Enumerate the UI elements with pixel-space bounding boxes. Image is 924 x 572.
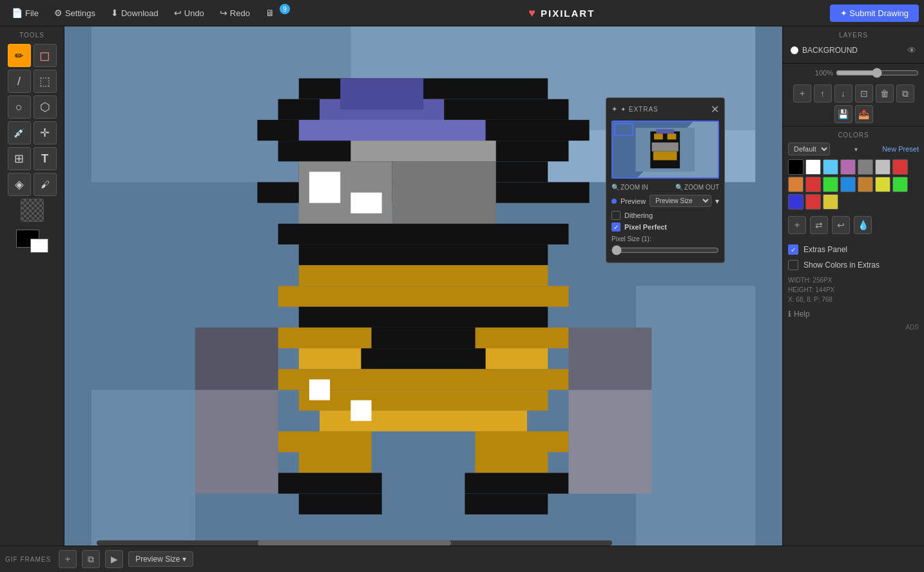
copy-layer-button[interactable]: ⧉: [896, 84, 914, 103]
svg-rect-43: [351, 400, 371, 421]
svg-rect-35: [476, 431, 569, 452]
zoom-in-icon: 🔍: [611, 184, 619, 191]
topbar: 📄 File ⚙ Settings ⬇ Download ↩ Undo ↪ Re…: [0, 0, 924, 26]
ads-label: ADS: [905, 324, 919, 331]
export-layer-button[interactable]: 📤: [855, 105, 873, 123]
grid-tool[interactable]: ⊞: [8, 147, 31, 170]
extras-preview-row: Preview Preview Size 1x 2x 4x ▾: [611, 195, 719, 207]
file-button[interactable]: 📄 File: [5, 5, 45, 21]
dithering-checkbox[interactable]: [611, 211, 621, 220]
extras-preview-size-select[interactable]: Preview Size 1x 2x 4x: [650, 195, 711, 207]
info-row: WIDTH: 256PX HEIGHT: 144PX X: 68, 8, P: …: [783, 273, 924, 307]
color-swatch-gold[interactable]: [823, 194, 838, 210]
merge-layers-button[interactable]: ⊡: [855, 84, 873, 103]
tool-row-7: [21, 199, 44, 222]
background-color[interactable]: [30, 239, 48, 253]
play-button[interactable]: ▶: [105, 550, 123, 568]
preset-select[interactable]: Default: [788, 143, 830, 155]
color-swatch-silver[interactable]: [875, 159, 890, 175]
canvas-height-info: HEIGHT: 144PX: [788, 285, 919, 295]
svg-rect-53: [653, 151, 677, 160]
extras-panel-checkbox[interactable]: ✓: [788, 244, 798, 255]
color-swatch-green[interactable]: [823, 177, 838, 192]
circle-tool[interactable]: ○: [8, 95, 31, 119]
undo-button[interactable]: ↩ Undo: [168, 5, 211, 21]
select-tool[interactable]: ⬚: [34, 70, 57, 93]
pixel-perfect-checkbox[interactable]: ✓: [611, 222, 621, 232]
move-layer-up-button[interactable]: ↑: [814, 84, 832, 103]
share-colors-button[interactable]: ⇄: [810, 216, 828, 234]
extras-zoom-row: 🔍 ZOOM IN 🔍 ZOOM OUT: [611, 184, 719, 191]
copy-frame-button[interactable]: ⧉: [82, 550, 100, 568]
tool-row-1: ✏ ◻: [8, 44, 57, 67]
canvas-scrollbar[interactable]: [97, 540, 612, 546]
zoom-out-icon: 🔍: [675, 184, 683, 191]
color-swatch-red[interactable]: [892, 159, 908, 175]
color-swatch-blue-med[interactable]: [840, 177, 856, 192]
color-swatch-orange[interactable]: [788, 177, 804, 192]
canvas-area[interactable]: ✦ ✦ EXTRAS ✕ 🔍: [64, 26, 782, 546]
special-tool[interactable]: ◈: [8, 173, 31, 196]
eyedropper-tool[interactable]: 💉: [8, 121, 31, 144]
download-button[interactable]: ⬇ Download: [104, 5, 165, 21]
pixel-size-slider[interactable]: [611, 245, 719, 255]
color-swatch-yellow[interactable]: [875, 177, 890, 192]
new-preset-button[interactable]: New Preset: [882, 145, 919, 153]
tool-row-5: ⊞ T: [8, 147, 57, 170]
color-swatch-green2[interactable]: [892, 177, 908, 192]
color-swatch-purple[interactable]: [840, 159, 856, 175]
tool-row-4: 💉 ✛: [8, 121, 57, 144]
zoom-row: 100%: [783, 64, 924, 82]
pixel-size-row: Pixel Size (1):: [611, 235, 719, 257]
heart-icon: ♥: [528, 6, 537, 20]
layer-visibility-dot: [791, 46, 798, 54]
eraser-tool[interactable]: ◻: [34, 44, 57, 67]
svg-rect-20: [278, 224, 569, 244]
undo-color-button[interactable]: ↩: [832, 216, 850, 234]
checker-tool[interactable]: [21, 199, 44, 222]
show-colors-checkbox[interactable]: [788, 260, 798, 270]
zoom-slider[interactable]: [836, 68, 919, 78]
preset-dropdown-icon: ▾: [854, 146, 858, 153]
layer-eye-icon[interactable]: 👁: [907, 45, 916, 55]
extras-thumbnail: [623, 128, 707, 172]
extras-zoom-in-button[interactable]: 🔍 ZOOM IN: [611, 184, 648, 191]
display-button[interactable]: 🖥: [259, 5, 281, 21]
dropper-color-button[interactable]: 💧: [854, 216, 872, 234]
add-frame-button[interactable]: ＋: [59, 550, 77, 568]
redo-button[interactable]: ↪ Redo: [213, 5, 256, 21]
color-swatch-black[interactable]: [788, 159, 804, 175]
color-swatch-blue-dark[interactable]: [788, 194, 804, 210]
svg-rect-4: [91, 390, 195, 546]
text-tool[interactable]: T: [34, 147, 57, 170]
move-tool[interactable]: ✛: [34, 121, 57, 144]
settings-button[interactable]: ⚙ Settings: [48, 5, 102, 21]
brush-tool[interactable]: 🖌: [34, 173, 57, 196]
preview-size-button[interactable]: Preview Size ▾: [128, 551, 193, 567]
move-layer-down-button[interactable]: ↓: [834, 84, 852, 103]
svg-rect-42: [309, 379, 330, 400]
submit-button[interactable]: ✦ Submit Drawing: [830, 5, 919, 22]
pencil-tool[interactable]: ✏: [8, 44, 31, 67]
add-color-button[interactable]: ＋: [788, 216, 806, 234]
add-layer-button[interactable]: ＋: [793, 84, 811, 103]
svg-rect-16: [392, 161, 496, 224]
color-swatch-red2[interactable]: [805, 177, 821, 192]
extras-close-button[interactable]: ✕: [711, 103, 719, 115]
svg-rect-25: [278, 328, 372, 348]
color-swatch-red3[interactable]: [805, 194, 821, 210]
save-layer-button[interactable]: 💾: [834, 105, 852, 123]
help-row[interactable]: ℹ Help: [783, 307, 924, 321]
layer-name: BACKGROUND: [802, 46, 903, 55]
color-swatch-gray[interactable]: [858, 159, 873, 175]
svg-rect-32: [299, 390, 548, 411]
color-swatch-cyan[interactable]: [823, 159, 838, 175]
color-swatch-white[interactable]: [805, 159, 821, 175]
extras-zoom-out-button[interactable]: 🔍 ZOOM OUT: [675, 184, 719, 191]
color-swatch-brown[interactable]: [858, 177, 873, 192]
canvas-width-info: WIDTH: 256PX: [788, 275, 919, 285]
fill-tool[interactable]: ⬡: [34, 95, 57, 119]
canvas-scrollbar-thumb[interactable]: [258, 540, 451, 546]
delete-layer-button[interactable]: 🗑: [876, 84, 894, 103]
line-tool[interactable]: /: [8, 70, 31, 93]
